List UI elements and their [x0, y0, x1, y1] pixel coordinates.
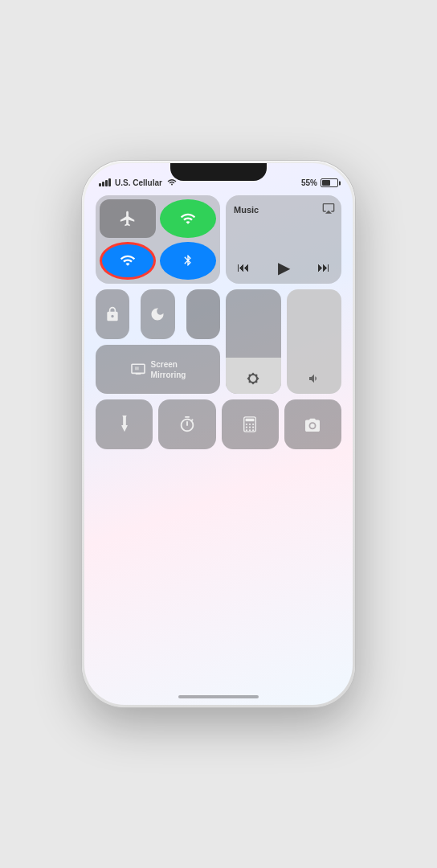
camera-button[interactable]	[284, 399, 341, 449]
bluetooth-button[interactable]	[160, 242, 216, 280]
screen-mirror-button[interactable]: ScreenMirroring	[96, 345, 220, 394]
left-col: ScreenMirroring	[96, 289, 220, 394]
signal-bars	[99, 178, 111, 186]
phone-frame: U.S. Cellular 55%	[82, 161, 355, 707]
battery-icon	[321, 178, 338, 187]
svg-point-5	[252, 424, 254, 425]
brightness-icon	[247, 372, 259, 387]
timer-button[interactable]	[158, 399, 215, 449]
screen-mirror-label: ScreenMirroring	[151, 359, 186, 380]
svg-point-12	[311, 424, 315, 428]
music-controls: ⏮ ▶ ⏭	[234, 258, 333, 277]
status-right: 55%	[301, 178, 338, 187]
brightness-slider[interactable]	[226, 289, 281, 394]
calculator-button[interactable]	[222, 399, 279, 449]
focus-button[interactable]	[186, 289, 220, 339]
svg-point-8	[252, 427, 254, 428]
control-center: Music ⏮ ▶ ⏭	[96, 195, 341, 657]
svg-point-9	[246, 429, 247, 431]
cellular-button[interactable]	[160, 199, 216, 238]
svg-rect-2	[246, 419, 255, 422]
status-left: U.S. Cellular	[99, 178, 177, 187]
airplay-icon[interactable]	[322, 202, 335, 217]
svg-point-6	[246, 427, 247, 428]
home-indicator[interactable]	[178, 695, 259, 698]
carrier-name: U.S. Cellular	[115, 178, 162, 187]
music-panel[interactable]: Music ⏮ ▶ ⏭	[226, 195, 341, 284]
flashlight-button[interactable]	[96, 399, 153, 449]
svg-point-7	[249, 427, 251, 428]
airplane-mode-button[interactable]	[100, 199, 156, 238]
svg-point-4	[249, 424, 251, 425]
phone-screen: U.S. Cellular 55%	[84, 163, 353, 705]
svg-point-11	[252, 429, 254, 431]
mid-combined: ScreenMirroring	[96, 289, 341, 394]
volume-icon	[307, 372, 321, 387]
play-button[interactable]: ▶	[278, 258, 290, 277]
music-title: Music	[234, 205, 333, 258]
orientation-lock-button[interactable]	[96, 289, 129, 339]
prev-button[interactable]: ⏮	[237, 260, 250, 275]
battery-percent: 55%	[301, 178, 317, 187]
notch	[170, 163, 267, 181]
svg-point-10	[249, 429, 251, 431]
wifi-icon-status	[167, 178, 177, 187]
sliders-col	[226, 289, 341, 394]
bottom-row	[96, 399, 341, 449]
row-top: Music ⏮ ▶ ⏭	[96, 195, 341, 284]
next-button[interactable]: ⏭	[317, 260, 330, 275]
connectivity-grid	[96, 195, 220, 284]
screen-mirror-icon	[130, 362, 146, 378]
do-not-disturb-button[interactable]	[141, 289, 174, 339]
utility-row	[96, 289, 220, 339]
svg-rect-0	[135, 366, 139, 370]
svg-point-3	[246, 424, 247, 425]
wifi-button[interactable]	[100, 242, 156, 280]
volume-slider[interactable]	[287, 289, 342, 394]
